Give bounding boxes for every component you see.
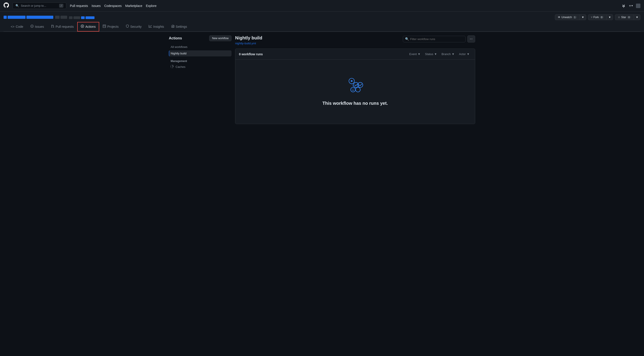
tab-code[interactable]: <> Code: [7, 22, 27, 32]
more-options-button[interactable]: ···: [467, 36, 475, 42]
issues-icon: [30, 25, 34, 28]
star-button[interactable]: ☆ Star 0: [615, 14, 634, 20]
projects-icon: [103, 25, 106, 28]
search-input[interactable]: 🔍 Search or jump to... /: [12, 2, 66, 9]
github-logo[interactable]: [4, 2, 9, 9]
navbar-right: + ▼: [621, 3, 640, 9]
repo-tabs: <> Code Issues Pull requests Actions P: [4, 22, 640, 32]
sidebar-item-nightly-build[interactable]: Nightly build: [169, 50, 232, 56]
code-icon: <>: [11, 25, 14, 28]
nav-pull-requests[interactable]: Pull requests: [70, 4, 88, 8]
tab-insights[interactable]: Insights: [145, 22, 168, 32]
svg-marker-3: [351, 80, 353, 82]
unwatch-dropdown[interactable]: ▼: [580, 14, 586, 20]
main-layout: Actions New workflow All workflows Night…: [165, 32, 479, 354]
navbar-links: Pull requests Issues Codespaces Marketpl…: [70, 4, 156, 8]
nav-codespaces[interactable]: Codespaces: [104, 4, 122, 8]
workflow-info: Nightly build nightly-build.yml: [235, 36, 262, 45]
tab-settings[interactable]: Settings: [168, 22, 191, 32]
empty-state: This workflow has no runs yet.: [235, 60, 475, 124]
navbar: 🔍 Search or jump to... / Pull requests I…: [0, 0, 644, 12]
filter-workflow-runs-input[interactable]: [403, 36, 466, 42]
sidebar-header: Actions New workflow: [169, 36, 232, 41]
nav-marketplace[interactable]: Marketplace: [125, 4, 142, 8]
chevron-down-icon: ▼: [467, 52, 470, 56]
star-icon: ☆: [618, 16, 620, 19]
tab-pull-requests[interactable]: Pull requests: [48, 22, 77, 32]
ellipsis-icon: ···: [470, 37, 473, 41]
breadcrumb: [4, 16, 94, 19]
unwatch-group: 👁 Unwatch 1 ▼: [555, 14, 586, 20]
create-new-button[interactable]: + ▼: [628, 3, 634, 9]
sidebar: Actions New workflow All workflows Night…: [169, 36, 232, 350]
security-icon: [126, 25, 129, 28]
filter-search-icon: 🔍: [405, 37, 409, 41]
branch-filter-button[interactable]: Branch ▼: [440, 52, 456, 57]
sidebar-item-all-workflows[interactable]: All workflows: [169, 44, 232, 50]
svg-line-10: [352, 84, 354, 87]
search-placeholder: Search or jump to...: [21, 4, 46, 8]
actions-icon: [81, 25, 84, 28]
content-header: Nightly build nightly-build.yml 🔍 ···: [235, 36, 475, 45]
sidebar-management-label: Management: [169, 57, 232, 64]
empty-state-message: This workflow has no runs yet.: [322, 101, 388, 106]
user-avatar[interactable]: [636, 4, 640, 8]
fork-dropdown[interactable]: ▼: [606, 14, 613, 20]
chevron-down-icon: ▼: [418, 52, 420, 56]
tab-issues[interactable]: Issues: [27, 22, 48, 32]
notifications-button[interactable]: [621, 3, 626, 8]
new-workflow-button[interactable]: New workflow: [209, 36, 232, 41]
nav-issues[interactable]: Issues: [92, 4, 100, 8]
star-group: ☆ Star 0 ▼: [615, 14, 640, 20]
content-header-right: 🔍 ···: [403, 36, 475, 42]
tab-actions[interactable]: Actions: [77, 22, 99, 32]
event-filter-button[interactable]: Event ▼: [408, 52, 422, 57]
svg-point-8: [354, 89, 354, 89]
insights-icon: [149, 25, 152, 28]
star-dropdown[interactable]: ▼: [634, 14, 640, 20]
filter-wrapper: 🔍: [403, 36, 466, 42]
tab-projects[interactable]: Projects: [99, 22, 122, 32]
workflow-title: Nightly build: [235, 36, 262, 40]
runs-header: 0 workflow runs Event ▼ Status ▼ Branch …: [235, 49, 475, 60]
settings-icon: [171, 25, 174, 28]
caches-icon: [171, 65, 174, 69]
status-filter-button[interactable]: Status ▼: [423, 52, 439, 57]
fork-button[interactable]: ⑂ Fork 0: [588, 14, 606, 20]
search-icon: 🔍: [16, 4, 19, 8]
nav-explore[interactable]: Explore: [146, 4, 156, 8]
fork-icon: ⑂: [591, 16, 592, 19]
svg-line-11: [356, 87, 356, 88]
svg-point-1: [32, 26, 32, 27]
runs-container: 0 workflow runs Event ▼ Status ▼ Branch …: [235, 48, 475, 124]
filter-buttons: Event ▼ Status ▼ Branch ▼ Actor ▼: [408, 52, 471, 57]
chevron-down-icon: ▼: [452, 52, 454, 56]
workflow-file-link[interactable]: nightly-build.yml: [235, 42, 256, 45]
chevron-down-icon: ▼: [434, 52, 437, 56]
eye-icon: 👁: [558, 16, 560, 19]
sidebar-item-caches[interactable]: Caches: [169, 64, 232, 70]
svg-point-9: [356, 87, 360, 92]
svg-point-6: [351, 87, 355, 92]
pull-requests-icon: [51, 25, 54, 28]
actor-filter-button[interactable]: Actor ▼: [457, 52, 471, 57]
content-area: Nightly build nightly-build.yml 🔍 ··· 0 …: [235, 36, 475, 350]
unwatch-button[interactable]: 👁 Unwatch 1: [555, 14, 580, 20]
caches-label: Caches: [176, 65, 186, 68]
sidebar-title: Actions: [169, 36, 182, 40]
svg-point-7: [352, 89, 353, 89]
empty-state-icon: [344, 78, 366, 96]
repo-actions: 👁 Unwatch 1 ▼ ⑂ Fork 0 ▼ ☆ Star 0: [555, 14, 640, 22]
tab-security[interactable]: Security: [122, 22, 145, 32]
runs-count: 0 workflow runs: [239, 52, 263, 56]
fork-group: ⑂ Fork 0 ▼: [588, 14, 613, 20]
search-kbd: /: [59, 4, 63, 8]
repo-header: 👁 Unwatch 1 ▼ ⑂ Fork 0 ▼ ☆ Star 0: [0, 12, 644, 32]
